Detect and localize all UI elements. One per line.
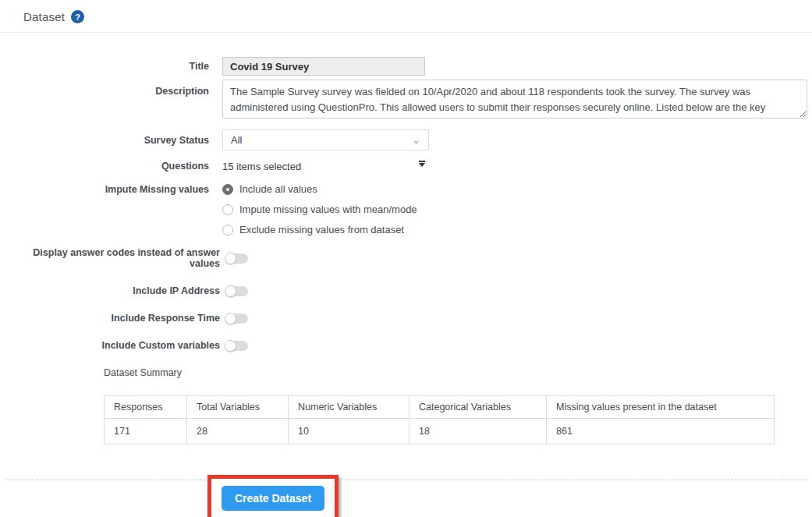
title-row: Title [0,57,812,76]
survey-status-value: All [231,134,242,146]
radio-option-include-all-values[interactable]: Include all values [222,183,417,195]
questions-row: Questions 15 items selected [0,160,812,172]
display-answer-codes-toggle[interactable] [226,253,248,264]
dataset-summary-table: Responses Total Variables Numeric Variab… [104,395,775,444]
toggle-knob [225,340,236,352]
survey-status-label: Survey Status [0,135,209,146]
toggle-knob [225,313,236,324]
include-response-time-label: Include Response Time [0,313,220,324]
impute-missing-values-label: Impute Missing values [0,183,209,195]
radio-option-label: Include all values [239,183,317,195]
survey-status-select[interactable]: All ⌄ [222,129,429,150]
red-highlight-annotation: Create Dataset [207,475,339,517]
caret-down-icon [419,163,425,167]
title-label: Title [0,61,209,72]
cell-total-variables: 28 [187,419,289,444]
cell-responses: 171 [105,419,187,444]
include-response-time-row: Include Response Time [0,313,812,324]
toggle-knob [225,253,236,264]
include-custom-variables-label: Include Custom variables [0,340,220,351]
questions-selected-value: 15 items selected [222,161,301,172]
include-ip-address-row: Include IP Address [0,285,812,296]
title-input[interactable] [222,57,425,76]
help-icon[interactable]: ? [71,10,84,23]
cell-numeric-variables: 10 [289,419,410,444]
cell-categorical-variables: 18 [410,419,547,444]
toggle-knob [225,285,236,297]
include-ip-address-toggle[interactable] [226,286,248,296]
header-total-variables: Total Variables [187,396,289,419]
survey-status-row: Survey Status All ⌄ [0,129,812,150]
radio-option-label: Impute missing values with mean/mode [239,204,417,215]
questions-multiselect[interactable]: 15 items selected [222,161,425,172]
dataset-form: Title Description The Sample Survey surv… [0,33,812,517]
description-row: Description The Sample Survey survey was… [0,80,812,122]
dataset-summary-label: Dataset Summary [104,367,812,378]
chevron-down-icon: ⌄ [412,134,420,146]
include-custom-variables-toggle[interactable] [226,341,248,351]
header-categorical-variables: Categorical Variables [410,396,547,419]
header-missing-values: Missing values present in the dataset [547,396,775,419]
table-header-row: Responses Total Variables Numeric Variab… [105,396,775,419]
create-dataset-button[interactable]: Create Dataset [222,486,324,511]
include-response-time-toggle[interactable] [226,313,248,324]
radio-option-exclude-missing[interactable]: Exclude missing values from dataset [222,224,417,235]
description-label: Description [0,80,209,97]
display-answer-codes-row: Display answer codes instead of answer v… [0,247,812,269]
header-responses: Responses [105,396,187,419]
include-custom-variables-row: Include Custom variables [0,340,812,351]
radio-option-impute-mean-mode[interactable]: Impute missing values with mean/mode [222,204,417,215]
header-numeric-variables: Numeric Variables [289,396,410,419]
radio-unselected-icon[interactable] [222,225,233,235]
page-title: Dataset [23,10,65,23]
include-ip-address-label: Include IP Address [0,285,220,296]
questions-label: Questions [0,161,209,172]
table-row: 171 28 10 18 861 [105,419,775,444]
radio-selected-icon[interactable] [222,184,233,195]
impute-radio-group: Include all values Impute missing values… [222,183,417,235]
impute-missing-values-row: Impute Missing values Include all values… [0,183,812,235]
description-textarea[interactable]: The Sample Survey survey was fielded on … [222,80,807,119]
radio-unselected-icon[interactable] [222,204,233,215]
cell-missing-values: 861 [547,419,775,444]
page-header: Dataset ? [0,0,812,33]
dashed-divider [5,480,807,480]
display-answer-codes-label: Display answer codes instead of answer v… [0,247,220,269]
radio-option-label: Exclude missing values from dataset [239,224,404,235]
